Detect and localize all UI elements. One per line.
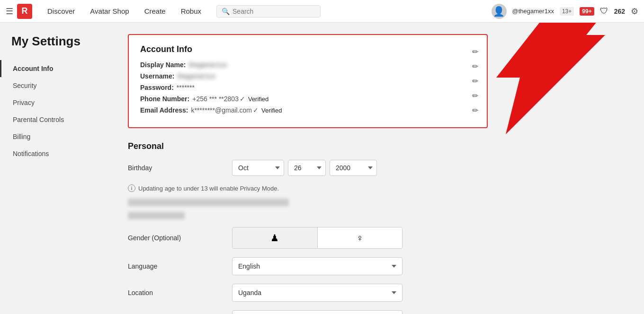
nav-robux[interactable]: Robux	[173, 0, 209, 23]
location-select[interactable]: Uganda United States United Kingdom Cana…	[232, 284, 402, 302]
language-select[interactable]: English Español Français Deutsch Portugu…	[232, 257, 402, 275]
robux-count: 262	[614, 8, 625, 15]
language-row: Language English Español Français Deutsc…	[128, 257, 488, 275]
settings-gear-icon[interactable]: ⚙	[631, 6, 638, 17]
birthday-label: Birthday	[128, 164, 232, 172]
birthday-row: Birthday JanFebMarApr MayJunJulAug SepOc…	[128, 160, 488, 176]
edit-display-name-button[interactable]: ✏	[471, 46, 479, 57]
username-label: Username:	[140, 72, 174, 80]
search-bar[interactable]: 🔍	[216, 5, 321, 17]
gender-female-button[interactable]: ♀	[318, 227, 402, 248]
age-warning-text: Updating age to under 13 will enable Pri…	[138, 185, 279, 192]
password-value: *******	[177, 84, 195, 91]
edit-buttons-column: ✏ ✏ ✏ ✏ ✏	[471, 35, 479, 127]
birthday-year-select[interactable]: 19981999200020012002	[330, 160, 377, 176]
gender-label: Gender (Optional)	[128, 234, 232, 242]
age-warning: i Updating age to under 13 will enable P…	[128, 184, 488, 192]
password-row: Password: *******	[140, 84, 475, 91]
edit-username-button[interactable]: ✏	[471, 61, 479, 72]
username-value: thegamer1xx	[177, 72, 215, 80]
display-name-row: Display Name: thegamer1xx	[140, 61, 475, 69]
nav-links: Discover Avatar Shop Create Robux	[40, 0, 209, 23]
display-name-label: Display Name:	[140, 61, 186, 69]
sidebar: My Settings Account Info Security Privac…	[0, 23, 109, 314]
red-arrow-svg	[458, 23, 638, 139]
gender-button-group: ♟ ♀	[232, 227, 402, 249]
avatar[interactable]: 👤	[492, 4, 507, 19]
email-check-icon: ✓	[253, 106, 259, 114]
roblox-logo[interactable]: R	[17, 4, 32, 19]
sidebar-item-security[interactable]: Security	[0, 77, 109, 94]
email-verified: Verified	[261, 107, 282, 114]
search-icon: 🔍	[222, 8, 230, 15]
nav-create[interactable]: Create	[137, 0, 173, 23]
theme-control: Light Dark	[232, 310, 488, 314]
phone-verified: Verified	[248, 96, 268, 103]
phone-value: +256 *** **2803	[192, 95, 239, 103]
edit-password-button[interactable]: ✏	[471, 76, 479, 87]
hamburger-icon[interactable]: ☰	[6, 6, 13, 17]
sidebar-item-account-info[interactable]: Account Info	[0, 60, 109, 77]
birthday-selects: JanFebMarApr MayJunJulAug SepOctNovDec 1…	[232, 160, 488, 176]
female-icon: ♀	[356, 233, 363, 244]
page-layout: My Settings Account Info Security Privac…	[0, 23, 644, 314]
gender-row: Gender (Optional) ♟ ♀	[128, 227, 488, 249]
email-label: Email Address:	[140, 106, 188, 114]
edit-email-button[interactable]: ✏	[471, 105, 479, 116]
phone-label: Phone Number:	[140, 95, 189, 103]
language-control: English Español Français Deutsch Portugu…	[232, 257, 488, 275]
notification-badge[interactable]: 99+	[580, 7, 594, 16]
email-value: k********@gmail.com	[191, 106, 252, 114]
phone-row: Phone Number: +256 *** **2803 ✓ Verified	[140, 95, 475, 103]
blurred-text-2	[128, 212, 185, 219]
page-title: My Settings	[0, 34, 109, 60]
red-arrow-annotation	[458, 23, 638, 139]
personal-section-title: Personal	[128, 141, 625, 151]
nav-avatar-shop[interactable]: Avatar Shop	[82, 0, 136, 23]
search-input[interactable]	[233, 8, 315, 15]
blurred-text-1	[128, 199, 289, 206]
birthday-month-select[interactable]: JanFebMarApr MayJunJulAug SepOctNovDec	[232, 160, 284, 176]
sidebar-item-billing[interactable]: Billing	[0, 128, 109, 145]
male-icon: ♟	[270, 232, 279, 244]
password-label: Password:	[140, 84, 174, 91]
phone-check-icon: ✓	[240, 95, 245, 103]
gender-male-button[interactable]: ♟	[233, 227, 318, 248]
sidebar-navigation: Account Info Security Privacy Parental C…	[0, 60, 109, 162]
theme-select[interactable]: Light Dark	[232, 310, 402, 314]
blurred-description-row	[128, 199, 488, 219]
location-row: Location Uganda United States United Kin…	[128, 284, 488, 302]
nav-right: 👤 @thegamer1xx 13+ 99+ 🛡 262 ⚙	[492, 4, 638, 19]
display-name-value: thegamer1xx	[188, 61, 227, 69]
sidebar-item-parental-controls[interactable]: Parental Controls	[0, 111, 109, 128]
theme-row: Theme Light Dark	[128, 310, 488, 314]
birthday-day-select[interactable]: 12510 152026283031	[288, 160, 326, 176]
gender-buttons: ♟ ♀	[232, 227, 488, 249]
language-label: Language	[128, 262, 232, 270]
account-info-card: Account Info Display Name: thegamer1xx U…	[128, 34, 488, 128]
location-label: Location	[128, 289, 232, 297]
sidebar-item-privacy[interactable]: Privacy	[0, 94, 109, 111]
main-content: Account Info Display Name: thegamer1xx U…	[109, 23, 644, 314]
top-navigation: ☰ R Discover Avatar Shop Create Robux 🔍 …	[0, 0, 644, 23]
sidebar-item-notifications[interactable]: Notifications	[0, 145, 109, 162]
account-info-title: Account Info	[140, 44, 475, 54]
svg-marker-0	[496, 23, 605, 134]
age-badge: 13+	[560, 7, 574, 16]
username-row: Username: thegamer1xx	[140, 72, 475, 80]
username: @thegamer1xx	[512, 8, 554, 15]
info-circle-icon: i	[128, 184, 135, 192]
edit-phone-button[interactable]: ✏	[471, 90, 479, 101]
logo-letter: R	[22, 6, 28, 16]
email-row: Email Address: k********@gmail.com ✓ Ver…	[140, 106, 475, 114]
nav-discover[interactable]: Discover	[40, 0, 82, 23]
nav-left: ☰ R Discover Avatar Shop Create Robux 🔍	[6, 0, 321, 23]
robux-icon: 🛡	[600, 6, 608, 16]
location-control: Uganda United States United Kingdom Cana…	[232, 284, 488, 302]
